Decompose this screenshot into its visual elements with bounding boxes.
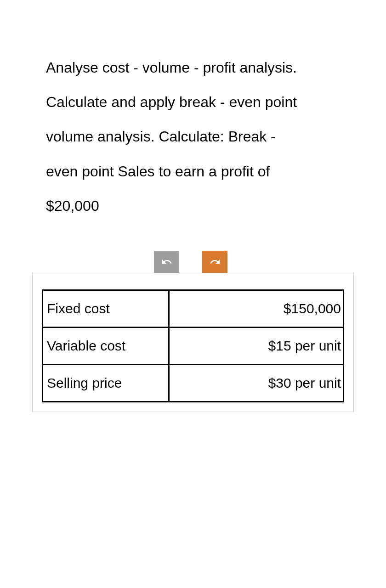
table-row: Variable cost $15 per unit bbox=[43, 327, 344, 364]
row-value: $15 per unit bbox=[169, 327, 344, 364]
table-row: Selling price $30 per unit bbox=[43, 364, 344, 401]
button-row bbox=[154, 251, 340, 273]
redo-button[interactable] bbox=[202, 251, 227, 273]
redo-icon bbox=[210, 256, 221, 267]
question-text: Analyse cost - volume - profit analysis.… bbox=[46, 51, 303, 223]
row-label: Variable cost bbox=[43, 327, 169, 364]
row-label: Selling price bbox=[43, 364, 169, 401]
row-label: Fixed cost bbox=[43, 290, 169, 327]
table-row: Fixed cost $150,000 bbox=[43, 290, 344, 327]
undo-button[interactable] bbox=[154, 251, 179, 273]
row-value: $30 per unit bbox=[169, 364, 344, 401]
data-table: Fixed cost $150,000 Variable cost $15 pe… bbox=[42, 289, 344, 402]
table-container: Fixed cost $150,000 Variable cost $15 pe… bbox=[32, 273, 354, 412]
row-value: $150,000 bbox=[169, 290, 344, 327]
undo-icon bbox=[161, 256, 172, 267]
